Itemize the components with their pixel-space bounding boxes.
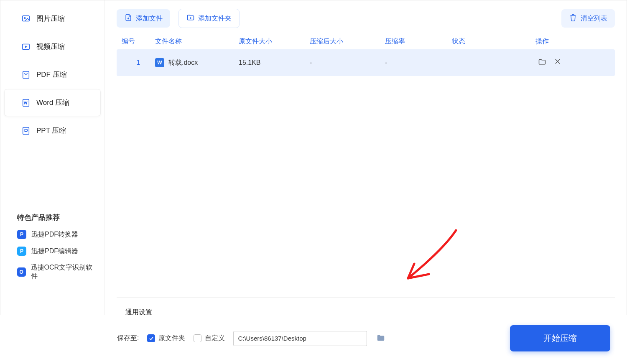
clear-list-button[interactable]: 清空列表 — [561, 9, 615, 28]
sidebar-item-label: 图片压缩 — [36, 14, 65, 23]
add-folder-button[interactable]: 添加文件夹 — [178, 9, 240, 28]
option-label: 自定义 — [205, 334, 225, 343]
save-path-input[interactable] — [233, 331, 367, 346]
checkbox-icon — [194, 334, 201, 342]
remove-icon[interactable] — [554, 58, 561, 68]
button-label: 清空列表 — [581, 14, 607, 23]
cell-actions — [535, 58, 598, 68]
recommended-title: 特色产品推荐 — [17, 213, 94, 222]
annotation-arrow — [393, 226, 464, 293]
sidebar-item-label: 视频压缩 — [36, 42, 65, 51]
word-file-icon: W — [155, 58, 164, 67]
col-orig: 原文件大小 — [239, 37, 310, 46]
rec-item-label: 迅捷PDF转换器 — [31, 230, 78, 239]
app-icon: O — [17, 267, 26, 277]
start-compress-button[interactable]: 开始压缩 — [510, 325, 610, 351]
open-folder-icon[interactable] — [538, 58, 546, 68]
rec-item-label: 迅捷PDF编辑器 — [31, 247, 78, 256]
option-save-custom[interactable]: 自定义 — [194, 334, 225, 343]
button-label: 添加文件夹 — [198, 14, 232, 23]
word-icon — [21, 98, 31, 107]
col-after: 压缩后大小 — [310, 37, 385, 46]
button-label: 开始压缩 — [543, 333, 577, 343]
option-save-original-folder[interactable]: 原文件夹 — [147, 334, 185, 343]
save-to-label: 保存至: — [117, 334, 139, 343]
folder-plus-icon — [186, 13, 195, 23]
file-plus-icon — [124, 13, 133, 23]
footer: 保存至: 原文件夹 自定义 开始压缩 — [0, 315, 627, 364]
recommended-section: 特色产品推荐 P 迅捷PDF转换器 P 迅捷PDF编辑器 O 迅捷OCR文字识别… — [0, 200, 104, 288]
cell-orig: 15.1KB — [239, 59, 310, 66]
option-label: 原文件夹 — [158, 334, 185, 343]
sidebar-item-label: PPT 压缩 — [36, 126, 66, 135]
cell-index: 1 — [122, 59, 155, 66]
table-header: 编号 文件名称 原文件大小 压缩后大小 压缩率 状态 操作 — [117, 34, 615, 49]
col-ratio: 压缩率 — [385, 37, 452, 46]
sidebar-item-label: PDF 压缩 — [36, 70, 67, 79]
sidebar-item-ppt[interactable]: PPT 压缩 — [5, 117, 100, 144]
cell-ratio: - — [385, 59, 452, 66]
cell-name: W 转载.docx — [155, 58, 239, 67]
sidebar-item-video[interactable]: 视频压缩 — [5, 33, 100, 60]
checkbox-checked-icon — [147, 334, 155, 342]
table-row[interactable]: 1 W 转载.docx 15.1KB - - — [117, 49, 615, 76]
rec-item-pdf-converter[interactable]: P 迅捷PDF转换器 — [17, 230, 94, 239]
pdf-icon — [21, 70, 31, 79]
cell-after: - — [310, 59, 385, 66]
col-status: 状态 — [452, 37, 535, 46]
sidebar-item-label: Word 压缩 — [36, 98, 69, 107]
sidebar: 图片压缩 视频压缩 PDF 压缩 Word 压缩 — [0, 0, 105, 364]
main-panel: 添加文件 添加文件夹 清空列表 编号 文件名称 原文件大小 压缩后大小 压缩率 … — [105, 0, 627, 364]
ppt-icon — [21, 126, 31, 135]
button-label: 添加文件 — [136, 14, 163, 23]
app-icon: P — [17, 247, 26, 256]
file-name: 转载.docx — [168, 59, 198, 67]
trash-icon — [569, 13, 577, 23]
col-action: 操作 — [535, 37, 598, 46]
rec-item-ocr[interactable]: O 迅捷OCR文字识别软件 — [17, 263, 94, 281]
rec-item-pdf-editor[interactable]: P 迅捷PDF编辑器 — [17, 247, 94, 256]
add-file-button[interactable]: 添加文件 — [117, 9, 170, 28]
rec-item-label: 迅捷OCR文字识别软件 — [31, 263, 94, 281]
browse-folder-icon[interactable] — [375, 333, 387, 344]
nav-list: 图片压缩 视频压缩 PDF 压缩 Word 压缩 — [0, 4, 104, 145]
col-index: 编号 — [122, 37, 155, 46]
sidebar-item-word[interactable]: Word 压缩 — [5, 89, 100, 116]
svg-rect-5 — [23, 127, 29, 134]
col-name: 文件名称 — [155, 37, 239, 46]
video-icon — [21, 42, 31, 51]
app-icon: P — [17, 230, 26, 239]
toolbar: 添加文件 添加文件夹 清空列表 — [117, 5, 615, 34]
image-icon — [21, 14, 31, 23]
svg-point-1 — [24, 17, 25, 18]
sidebar-item-image[interactable]: 图片压缩 — [5, 5, 100, 32]
sidebar-item-pdf[interactable]: PDF 压缩 — [5, 61, 100, 88]
